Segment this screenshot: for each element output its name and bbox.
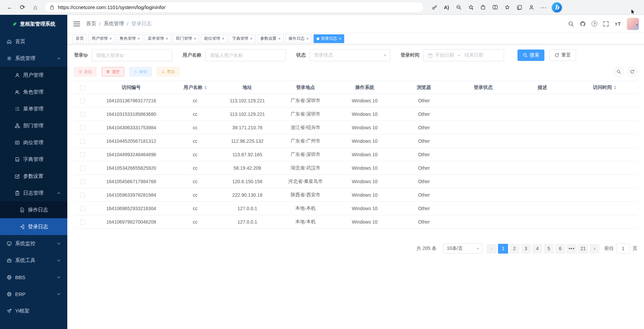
tab-close-icon[interactable]: ×	[109, 36, 112, 41]
sidebar-toggle-icon[interactable]	[73, 22, 80, 26]
github-icon[interactable]	[580, 21, 586, 27]
clear-button[interactable]: 清空	[102, 67, 124, 76]
unlock-button[interactable]: 解锁	[129, 67, 152, 76]
tab-close-icon[interactable]: ×	[138, 36, 140, 41]
sort-icon[interactable]	[614, 86, 616, 90]
extensions-icon[interactable]	[477, 2, 489, 13]
help-icon[interactable]: ?	[592, 21, 597, 27]
sidebar-item-tools[interactable]: 系统工具	[0, 252, 67, 269]
sidebar-item-erp[interactable]: ERP	[0, 286, 67, 302]
tab-close-icon[interactable]: ×	[222, 36, 224, 41]
table-row[interactable]: 1641044993248464896 cc 113.87.92.165 广东省…	[74, 148, 637, 161]
next-page-button[interactable]: ›	[589, 244, 600, 254]
tab-close-icon[interactable]: ×	[278, 36, 281, 41]
prev-page-button[interactable]: ‹	[487, 244, 497, 254]
sidebar-item-param-settings[interactable]: 参数设置	[0, 168, 67, 185]
sidebar-item-dict-mgmt[interactable]: 字典管理	[0, 151, 67, 168]
breadcrumb-home[interactable]: 首页	[86, 21, 96, 27]
page-button-4[interactable]: 4	[532, 244, 542, 254]
table-row[interactable]: 1641069798270046208 cc 127.0.0.1 本地-本机 W…	[74, 215, 637, 229]
delete-button[interactable]: 删除	[74, 67, 97, 76]
goto-page-input[interactable]	[616, 243, 630, 254]
tab-param-settings[interactable]: 参数设置×	[257, 34, 284, 43]
page-button-6[interactable]: 6	[555, 244, 565, 254]
browser-profile-icon[interactable]	[526, 2, 537, 13]
sidebar-item-menu-mgmt[interactable]: 菜单管理	[0, 100, 67, 117]
tab-close-icon[interactable]: ×	[250, 36, 253, 41]
sidebar-item-bbs[interactable]: BBS	[0, 269, 67, 286]
reset-button[interactable]: 重置	[549, 50, 576, 61]
row-checkbox[interactable]	[80, 125, 85, 130]
row-checkbox[interactable]	[80, 179, 85, 184]
tab-login-log[interactable]: 登录日志×	[314, 34, 345, 43]
tab-close-icon[interactable]: ×	[306, 36, 309, 41]
row-checkbox[interactable]	[80, 139, 85, 144]
user-name-input[interactable]	[210, 53, 282, 58]
row-checkbox[interactable]	[80, 206, 85, 211]
sidebar-item-role-mgmt[interactable]: 角色管理	[0, 84, 67, 100]
col-user-name[interactable]: 用户名称	[172, 81, 219, 94]
sidebar-item-log-mgmt[interactable]: 日志管理	[0, 185, 67, 201]
sidebar-item-operation-log[interactable]: 操作日志	[0, 201, 67, 218]
page-button-1[interactable]: 1	[498, 244, 508, 254]
row-checkbox[interactable]	[80, 112, 85, 117]
browser-home-button[interactable]: ⌂	[30, 2, 41, 13]
table-row[interactable]: 1641069652933218304 cc 127.0.0.1 本地-本机 W…	[74, 202, 637, 215]
select-all-checkbox[interactable]	[80, 85, 85, 90]
page-button-3[interactable]: 3	[521, 244, 531, 254]
sidebar-item-system[interactable]: 系统管理	[0, 50, 67, 67]
export-button[interactable]: 导出	[157, 67, 179, 76]
sidebar-item-login-log[interactable]: 登录日志	[0, 218, 67, 235]
tab-dept-mgmt[interactable]: 部门管理×	[173, 34, 200, 43]
zoom-out-icon[interactable]	[453, 2, 464, 13]
bing-chat-icon[interactable]: b	[552, 2, 562, 12]
refresh-table-icon[interactable]	[627, 67, 637, 77]
password-key-icon[interactable]	[429, 2, 440, 13]
split-screen-icon[interactable]	[489, 2, 501, 13]
table-row[interactable]: 1641059633978281984 cc 222.90.130.18 陕西省…	[74, 188, 637, 202]
toggle-search-icon[interactable]	[614, 67, 624, 77]
tab-user-mgmt[interactable]: 用户管理×	[88, 34, 115, 43]
more-pages-button[interactable]: •••	[567, 244, 577, 254]
tab-post-mgmt[interactable]: 岗位管理×	[201, 34, 227, 43]
tab-operation-log[interactable]: 操作日志×	[285, 34, 312, 43]
tab-home[interactable]: 首页	[73, 34, 87, 43]
login-ip-input[interactable]	[96, 53, 168, 58]
page-button-2[interactable]: 2	[509, 244, 520, 254]
table-row[interactable]: 1641054566717984768 cc 120.6.150.158 河北省…	[74, 175, 637, 188]
browser-back-button[interactable]: ←	[4, 2, 15, 13]
sidebar-item-yi-framework[interactable]: Yi框架	[0, 302, 67, 319]
sidebar-item-monitor[interactable]: 系统监控	[0, 235, 67, 252]
search-icon[interactable]	[568, 21, 574, 27]
table-row[interactable]: 1641053426655825920 cc 58.19.42.209 湖北省-…	[74, 161, 637, 175]
add-favorite-icon[interactable]	[465, 2, 476, 13]
date-range-picker[interactable]: 开始日期 - 结束日期	[423, 49, 504, 61]
favorites-bar-icon[interactable]	[501, 2, 513, 13]
sort-icon[interactable]	[204, 86, 207, 90]
sidebar-item-dept-mgmt[interactable]: 部门管理	[0, 117, 67, 134]
row-checkbox[interactable]	[80, 166, 85, 171]
page-size-select[interactable]: 10条/页 ▾	[443, 243, 482, 254]
table-row[interactable]: 1641044520567181312 cc 112.96.225.132 广东…	[74, 134, 637, 148]
tab-menu-mgmt[interactable]: 菜单管理×	[145, 34, 171, 43]
search-button[interactable]: 搜索	[517, 50, 544, 61]
browser-refresh-button[interactable]: ⟳	[17, 2, 28, 13]
sidebar-item-user-mgmt[interactable]: 用户管理	[0, 67, 67, 84]
row-checkbox[interactable]	[80, 98, 85, 103]
table-row[interactable]: 1641031533185863680 cc 113.102.129.221 广…	[74, 107, 637, 121]
collections-icon[interactable]	[513, 2, 525, 13]
tab-close-icon[interactable]: ×	[194, 36, 196, 41]
address-bar[interactable]: https://ccnetcore.com:1101/system/log/lo…	[44, 2, 424, 13]
browser-settings-menu-icon[interactable]: ···	[538, 2, 549, 13]
col-time[interactable]: 访问时间	[572, 81, 637, 94]
page-button-21[interactable]: 21	[578, 244, 588, 254]
app-logo[interactable]: 意框架管理系统	[0, 15, 67, 33]
tab-close-icon[interactable]: ×	[339, 36, 342, 41]
tab-close-icon[interactable]: ×	[166, 36, 168, 41]
row-checkbox[interactable]	[80, 193, 85, 198]
font-size-icon[interactable]: тT	[615, 21, 621, 27]
table-row[interactable]: 1641043063331753984 cc 39.171.210.78 浙江省…	[74, 121, 637, 134]
read-aloud-icon[interactable]: A)	[441, 2, 452, 13]
sidebar-item-post-mgmt[interactable]: 岗位管理	[0, 134, 67, 151]
row-checkbox[interactable]	[80, 220, 85, 225]
